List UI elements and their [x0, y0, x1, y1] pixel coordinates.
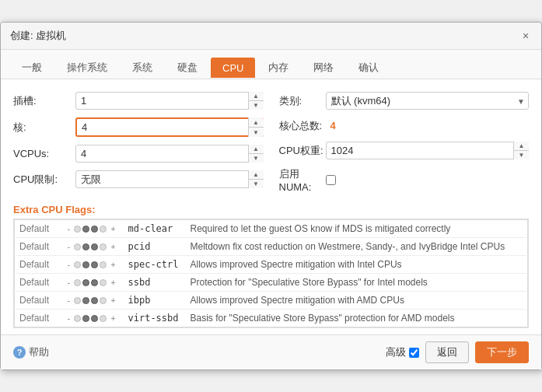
flags-container: Default-+md-clearRequired to let the gue… [13, 219, 529, 328]
dialog-title: 创建: 虚拟机 [10, 29, 66, 43]
toggle-plus[interactable]: + [109, 278, 117, 287]
footer-left: ? 帮助 [13, 345, 49, 359]
vcpus-spin: ▲ ▼ [248, 145, 264, 163]
toggle-minus[interactable]: - [66, 313, 72, 323]
next-button[interactable]: 下一步 [475, 341, 529, 363]
cpu-weight-label: CPU权重: [279, 144, 326, 158]
cpu-weight-spin-up[interactable]: ▲ [514, 142, 529, 151]
cpu-limit-spin: ▲ ▼ [248, 170, 264, 188]
vcpus-spin-down[interactable]: ▼ [249, 154, 264, 163]
tab-硬盘[interactable]: 硬盘 [166, 56, 209, 79]
toggle-minus[interactable]: - [66, 260, 72, 269]
flag-row: Default-+spec-ctrlAllows improved Spectr… [15, 256, 528, 274]
core-input-wrap: ▲ ▼ [75, 117, 264, 137]
slot-input-wrap: ▲ ▼ [75, 92, 264, 110]
flag-row: Default-+virt-ssbdBasis for "Speculative… [15, 310, 528, 327]
toggle-plus[interactable]: + [109, 260, 117, 269]
core-spin: ▲ ▼ [248, 117, 264, 137]
cpu-limit-row: CPU限制: ▲ ▼ [13, 170, 264, 188]
total-cores-value: 4 [326, 117, 341, 134]
cpu-weight-input[interactable] [326, 142, 530, 159]
slot-label: 插槽: [13, 94, 75, 108]
category-select-wrap: 默认 (kvm64) ▼ [326, 92, 530, 110]
flag-row: Default-+pcidMeltdown fix cost reduction… [15, 238, 528, 256]
help-label: 帮助 [29, 345, 49, 359]
flags-scroll[interactable]: Default-+md-clearRequired to let the gue… [14, 219, 528, 327]
extra-flags-label: Extra CPU Flags: [13, 204, 529, 215]
vcpus-spin-up[interactable]: ▲ [249, 145, 264, 154]
cpu-weight-spin: ▲ ▼ [513, 142, 529, 159]
toggle-minus[interactable]: - [66, 278, 72, 287]
close-button[interactable]: × [519, 30, 532, 42]
tab-确认[interactable]: 确认 [347, 56, 390, 79]
slot-spin-up[interactable]: ▲ [249, 92, 264, 101]
core-label: 核: [13, 121, 75, 135]
tab-操作系统[interactable]: 操作系统 [55, 56, 119, 79]
vcpus-row: VCPUs: ▲ ▼ [13, 145, 264, 163]
slot-spin: ▲ ▼ [248, 92, 264, 110]
toggle-plus[interactable]: + [109, 296, 117, 305]
cpu-limit-spin-down[interactable]: ▼ [249, 180, 264, 188]
footer-right: 高级 返回 下一步 [386, 341, 529, 363]
advanced-check: 高级 [386, 345, 419, 359]
cpu-weight-row: CPU权重: ▲ ▼ [279, 142, 530, 159]
tab-bar: 一般操作系统系统硬盘CPU内存网络确认 [1, 50, 541, 79]
total-cores-row: 核心总数: 4 [279, 117, 530, 134]
core-row: 核: ▲ ▼ [13, 117, 264, 137]
category-row: 类别: 默认 (kvm64) ▼ [279, 92, 530, 110]
tab-内存[interactable]: 内存 [257, 56, 300, 79]
vcpus-input-wrap: ▲ ▼ [75, 145, 264, 163]
flag-row: Default-+ssbdProtection for "Speculative… [15, 274, 528, 292]
core-input[interactable] [75, 117, 264, 137]
slot-input[interactable] [75, 92, 264, 110]
category-label: 类别: [279, 94, 326, 108]
numa-checkbox[interactable] [326, 175, 336, 185]
toggle-minus[interactable]: - [66, 296, 72, 305]
total-cores-label: 核心总数: [279, 119, 326, 133]
toggle-plus[interactable]: + [109, 313, 117, 323]
vcpus-label: VCPUs: [13, 148, 75, 159]
cpu-limit-input[interactable] [75, 170, 264, 188]
help-icon[interactable]: ? [13, 346, 26, 359]
cpu-limit-spin-up[interactable]: ▲ [249, 170, 264, 180]
dialog-header: 创建: 虚拟机 × [1, 23, 541, 50]
numa-label: 启用NUMA: [279, 167, 326, 193]
vcpus-input[interactable] [75, 145, 264, 163]
dialog-body: 插槽: ▲ ▼ 核: ▲ ▼ [1, 79, 541, 334]
tab-一般[interactable]: 一般 [10, 56, 54, 79]
tab-系统[interactable]: 系统 [121, 56, 164, 79]
cpu-limit-input-wrap: ▲ ▼ [75, 170, 264, 188]
slot-row: 插槽: ▲ ▼ [13, 92, 264, 110]
core-spin-down[interactable]: ▼ [249, 128, 264, 137]
toggle-plus[interactable]: + [109, 242, 117, 251]
tab-网络[interactable]: 网络 [302, 56, 345, 79]
flag-row: Default-+md-clearRequired to let the gue… [15, 220, 528, 238]
toggle-minus[interactable]: - [66, 242, 72, 251]
toggle-minus[interactable]: - [66, 224, 72, 233]
category-select[interactable]: 默认 (kvm64) [326, 92, 530, 110]
cpu-limit-label: CPU限制: [13, 173, 75, 187]
advanced-checkbox[interactable] [409, 348, 419, 358]
flag-row: Default-+ibpbAllows improved Spectre mit… [15, 292, 528, 310]
flags-table: Default-+md-clearRequired to let the gue… [14, 219, 528, 327]
dialog: 创建: 虚拟机 × 一般操作系统系统硬盘CPU内存网络确认 插槽: ▲ ▼ [0, 22, 542, 370]
cpu-weight-input-wrap: ▲ ▼ [326, 142, 530, 159]
advanced-label: 高级 [386, 345, 406, 359]
slot-spin-down[interactable]: ▼ [249, 101, 264, 110]
core-spin-up[interactable]: ▲ [249, 117, 264, 128]
cpu-weight-spin-down[interactable]: ▼ [514, 151, 529, 159]
dialog-footer: ? 帮助 高级 返回 下一步 [1, 334, 541, 369]
toggle-plus[interactable]: + [109, 224, 117, 233]
back-button[interactable]: 返回 [425, 341, 469, 363]
numa-row: 启用NUMA: [279, 167, 530, 193]
tab-CPU[interactable]: CPU [211, 58, 255, 78]
